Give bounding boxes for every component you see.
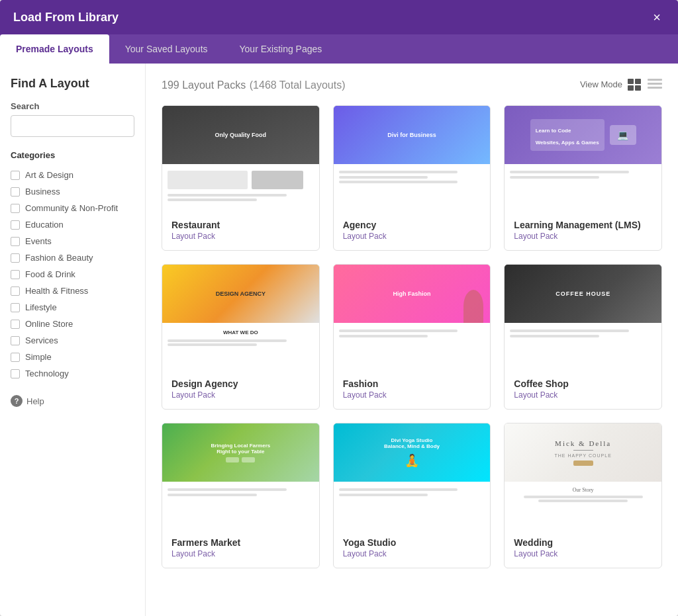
category-checkbox[interactable] (11, 204, 20, 213)
card-restaurant[interactable]: Only Quality Food (162, 105, 320, 251)
card-name: Fashion (343, 378, 481, 389)
card-type: Layout Pack (343, 232, 481, 241)
card-lms[interactable]: Learn to CodeWebsites, Apps & Games 💻 (504, 105, 662, 251)
category-label: Art & Design (25, 170, 73, 180)
category-education[interactable]: Education (11, 216, 134, 233)
card-body-restaurant: Restaurant Layout Pack (162, 212, 319, 250)
card-type: Layout Pack (171, 390, 310, 400)
category-checkbox[interactable] (11, 303, 20, 312)
card-wedding[interactable]: Mick & Della THE HAPPY COUPLE Our Story (504, 423, 662, 568)
help-icon: ? (11, 395, 23, 407)
card-name: Farmers Market (171, 537, 310, 548)
category-lifestyle[interactable]: Lifestyle (11, 299, 134, 316)
card-name: Agency (343, 220, 481, 230)
category-label: Food & Drink (25, 269, 75, 279)
card-fashion[interactable]: High Fashion Fashion Layout Pack (333, 264, 491, 410)
view-mode-label: View Mode (580, 79, 622, 89)
category-technology[interactable]: Technology (11, 365, 134, 382)
category-simple[interactable]: Simple (11, 349, 134, 365)
category-checkbox[interactable] (11, 336, 20, 345)
category-checkbox[interactable] (11, 187, 20, 197)
svg-rect-6 (648, 87, 662, 89)
category-label: Education (25, 220, 64, 230)
svg-rect-2 (628, 85, 634, 91)
category-label: Community & Non-Profit (25, 203, 118, 213)
card-coffee-shop[interactable]: COFFEE HOUSE Coffee Shop Layout Pack (504, 264, 662, 410)
category-fashion-beauty[interactable]: Fashion & Beauty (11, 249, 134, 266)
card-type: Layout Pack (171, 232, 310, 241)
category-checkbox[interactable] (11, 286, 20, 296)
grid-view-icon[interactable] (628, 79, 642, 91)
modal-body: Find A Layout Search Categories Art & De… (0, 64, 678, 616)
card-preview-yoga: Divi Yoga StudioBalance, Mind & Body 🧘 (334, 423, 491, 529)
category-health-fitness[interactable]: Health & Fitness (11, 283, 134, 299)
card-name: Learning Management (LMS) (514, 220, 652, 230)
category-services[interactable]: Services (11, 332, 134, 349)
card-yoga-studio[interactable]: Divi Yoga StudioBalance, Mind & Body 🧘 Y… (333, 423, 491, 568)
category-online-store[interactable]: Online Store (11, 316, 134, 332)
close-button[interactable]: × (649, 9, 665, 25)
svg-rect-5 (648, 83, 662, 85)
tab-premade[interactable]: Premade Layouts (0, 34, 109, 64)
category-label: Technology (25, 369, 69, 378)
category-checkbox[interactable] (11, 270, 20, 279)
card-body-design-agency: Design Agency Layout Pack (162, 371, 319, 409)
main-content: 199 Layout Packs (1468 Total Layouts) Vi… (146, 64, 678, 616)
card-farmers-market[interactable]: Bringing Local FarmersRight to your Tabl… (162, 423, 320, 568)
modal-header: Load From Library × (0, 0, 678, 34)
tab-saved[interactable]: Your Saved Layouts (109, 34, 224, 64)
category-checkbox[interactable] (11, 253, 20, 263)
svg-rect-0 (628, 79, 634, 84)
card-body-lms: Learning Management (LMS) Layout Pack (505, 212, 661, 250)
category-community[interactable]: Community & Non-Profit (11, 200, 134, 216)
search-label: Search (11, 101, 134, 111)
layout-count-container: 199 Layout Packs (1468 Total Layouts) (162, 77, 345, 92)
card-preview-coffee: COFFEE HOUSE (505, 265, 661, 371)
category-events[interactable]: Events (11, 233, 134, 249)
tab-existing[interactable]: Your Existing Pages (224, 34, 338, 64)
category-label: Online Store (25, 319, 73, 329)
categories-title: Categories (11, 150, 134, 160)
category-checkbox[interactable] (11, 320, 20, 329)
card-type: Layout Pack (343, 549, 481, 558)
view-mode-controls: View Mode (580, 79, 662, 91)
card-preview-design-agency: DESIGN AGENCY WHAT WE DO (162, 265, 319, 371)
card-name: Yoga Studio (343, 537, 481, 548)
help-link[interactable]: ? Help (11, 395, 134, 407)
sidebar-title: Find A Layout (11, 77, 134, 91)
category-label: Events (25, 236, 52, 246)
card-design-agency[interactable]: DESIGN AGENCY WHAT WE DO Design Agency L… (162, 264, 320, 410)
card-type: Layout Pack (343, 390, 481, 400)
card-type: Layout Pack (514, 390, 652, 400)
svg-rect-3 (635, 85, 641, 91)
category-label: Health & Fitness (25, 286, 88, 296)
category-checkbox[interactable] (11, 171, 20, 180)
list-view-icon[interactable] (648, 79, 662, 91)
card-preview-wedding: Mick & Della THE HAPPY COUPLE Our Story (505, 423, 661, 529)
category-checkbox[interactable] (11, 220, 20, 230)
card-body-wedding: Wedding Layout Pack (505, 529, 661, 568)
category-checkbox[interactable] (11, 353, 20, 362)
card-agency[interactable]: Divi for Business Agency Layout Pack (333, 105, 491, 251)
card-body-coffee-shop: Coffee Shop Layout Pack (505, 371, 661, 409)
card-preview-farmers: Bringing Local FarmersRight to your Tabl… (162, 423, 319, 529)
category-art-design[interactable]: Art & Design (11, 167, 134, 183)
layout-grid: Only Quality Food (162, 105, 662, 568)
card-type: Layout Pack (514, 232, 652, 241)
svg-rect-4 (648, 79, 662, 81)
card-name: Wedding (514, 537, 652, 548)
search-input[interactable] (11, 115, 134, 137)
card-type: Layout Pack (171, 549, 310, 558)
category-checkbox[interactable] (11, 369, 20, 378)
modal-title: Load From Library (13, 11, 119, 24)
card-preview-lms: Learn to CodeWebsites, Apps & Games 💻 (505, 106, 661, 212)
card-type: Layout Pack (514, 549, 652, 558)
category-business[interactable]: Business (11, 183, 134, 200)
tabs-bar: Premade Layouts Your Saved Layouts Your … (0, 34, 678, 64)
svg-rect-1 (635, 79, 641, 84)
category-label: Fashion & Beauty (25, 253, 93, 263)
card-preview-agency: Divi for Business (334, 106, 491, 212)
category-food-drink[interactable]: Food & Drink (11, 266, 134, 283)
category-checkbox[interactable] (11, 237, 20, 246)
category-label: Services (25, 335, 58, 345)
